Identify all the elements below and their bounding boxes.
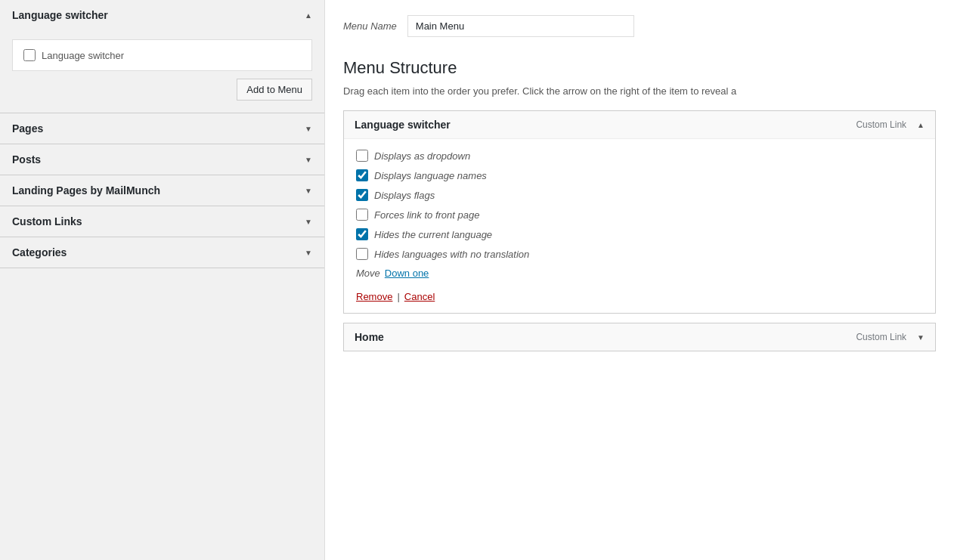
option-checkbox-dropdown[interactable] — [356, 150, 368, 162]
home-menu-item-title: Home — [355, 331, 384, 343]
categories-section: Categories ▼ — [0, 237, 324, 268]
menu-name-row: Menu Name — [343, 15, 936, 37]
language-switcher-section: Language switcher ▲ Language switcher Ad… — [0, 0, 324, 113]
language-switcher-menu-item-title: Language switcher — [355, 119, 451, 131]
home-menu-item-header[interactable]: Home Custom Link ▼ — [344, 323, 935, 351]
language-switcher-item-box: Language switcher — [12, 39, 312, 71]
option-row-front-page: Forces link to front page — [356, 209, 923, 221]
option-label-front-page: Forces link to front page — [374, 209, 479, 221]
landing-pages-chevron-icon: ▼ — [305, 187, 312, 195]
language-switcher-header[interactable]: Language switcher ▲ — [0, 0, 324, 30]
landing-pages-section: Landing Pages by MailMunch ▼ — [0, 175, 324, 206]
option-label-flags: Displays flags — [374, 190, 435, 201]
home-menu-item-header-right: Custom Link ▼ — [856, 332, 925, 342]
language-switcher-menu-chevron-icon: ▲ — [917, 121, 925, 129]
pages-section: Pages ▼ — [0, 113, 324, 144]
option-row-dropdown: Displays as dropdown — [356, 150, 923, 162]
home-menu-item-type: Custom Link — [856, 332, 906, 342]
pages-title: Pages — [12, 122, 43, 135]
option-checkbox-lang-names[interactable] — [356, 169, 368, 181]
remove-link[interactable]: Remove — [356, 291, 392, 302]
custom-links-section: Custom Links ▼ — [0, 206, 324, 237]
menu-name-input[interactable] — [407, 15, 634, 37]
option-label-dropdown: Displays as dropdown — [374, 150, 470, 162]
menu-structure-desc: Drag each item into the order you prefer… — [343, 85, 936, 97]
categories-chevron-icon: ▼ — [305, 249, 312, 257]
move-row: Move Down one — [356, 268, 923, 279]
move-label: Move — [356, 268, 380, 279]
option-row-hide-current: Hides the current language — [356, 228, 923, 240]
pages-header[interactable]: Pages ▼ — [0, 113, 324, 144]
cancel-link[interactable]: Cancel — [404, 291, 435, 302]
language-switcher-menu-item-header[interactable]: Language switcher Custom Link ▲ — [344, 111, 935, 139]
language-switcher-menu-item-body: Displays as dropdown Displays language n… — [344, 139, 935, 313]
posts-title: Posts — [12, 153, 41, 166]
custom-links-header[interactable]: Custom Links ▼ — [0, 206, 324, 237]
language-switcher-item-row: Language switcher — [23, 49, 301, 61]
landing-pages-title: Landing Pages by MailMunch — [12, 184, 160, 196]
language-switcher-body: Language switcher Add to Menu — [0, 30, 324, 113]
custom-links-chevron-icon: ▼ — [305, 218, 312, 226]
menu-structure-title: Menu Structure — [343, 58, 936, 78]
option-row-lang-names: Displays language names — [356, 169, 923, 181]
language-switcher-section-title: Language switcher — [12, 9, 108, 21]
option-checkbox-flags[interactable] — [356, 189, 368, 201]
option-checkbox-front-page[interactable] — [356, 209, 368, 221]
move-down-link[interactable]: Down one — [385, 268, 429, 279]
pages-chevron-icon: ▼ — [305, 125, 312, 133]
option-checkbox-hide-current[interactable] — [356, 228, 368, 240]
language-switcher-menu-item-header-right: Custom Link ▲ — [856, 119, 925, 130]
posts-chevron-icon: ▼ — [305, 156, 312, 164]
add-to-menu-row: Add to Menu — [12, 79, 312, 101]
option-row-flags: Displays flags — [356, 189, 923, 201]
home-menu-item: Home Custom Link ▼ — [343, 323, 936, 351]
option-label-lang-names: Displays language names — [374, 170, 487, 181]
option-label-hide-no-trans: Hides languages with no translation — [374, 249, 529, 260]
language-switcher-checkbox[interactable] — [23, 49, 36, 61]
custom-links-title: Custom Links — [12, 215, 82, 227]
language-switcher-menu-item-type: Custom Link — [856, 119, 906, 130]
action-row: Remove | Cancel — [356, 291, 923, 302]
categories-title: Categories — [12, 246, 67, 258]
language-switcher-menu-item: Language switcher Custom Link ▲ Displays… — [343, 110, 936, 314]
option-row-hide-no-trans: Hides languages with no translation — [356, 248, 923, 260]
option-label-hide-current: Hides the current language — [374, 229, 492, 240]
action-separator: | — [397, 291, 399, 302]
landing-pages-header[interactable]: Landing Pages by MailMunch ▼ — [0, 175, 324, 206]
posts-section: Posts ▼ — [0, 144, 324, 175]
posts-header[interactable]: Posts ▼ — [0, 144, 324, 175]
language-switcher-item-label: Language switcher — [42, 50, 124, 61]
add-to-menu-button[interactable]: Add to Menu — [237, 79, 312, 101]
language-switcher-chevron-icon: ▲ — [305, 11, 312, 20]
option-checkbox-hide-no-trans[interactable] — [356, 248, 368, 260]
home-menu-chevron-icon: ▼ — [917, 333, 925, 342]
categories-header[interactable]: Categories ▼ — [0, 237, 324, 268]
sidebar: Language switcher ▲ Language switcher Ad… — [0, 0, 325, 560]
menu-name-label: Menu Name — [343, 20, 397, 32]
main-content: Menu Name Menu Structure Drag each item … — [325, 0, 954, 560]
